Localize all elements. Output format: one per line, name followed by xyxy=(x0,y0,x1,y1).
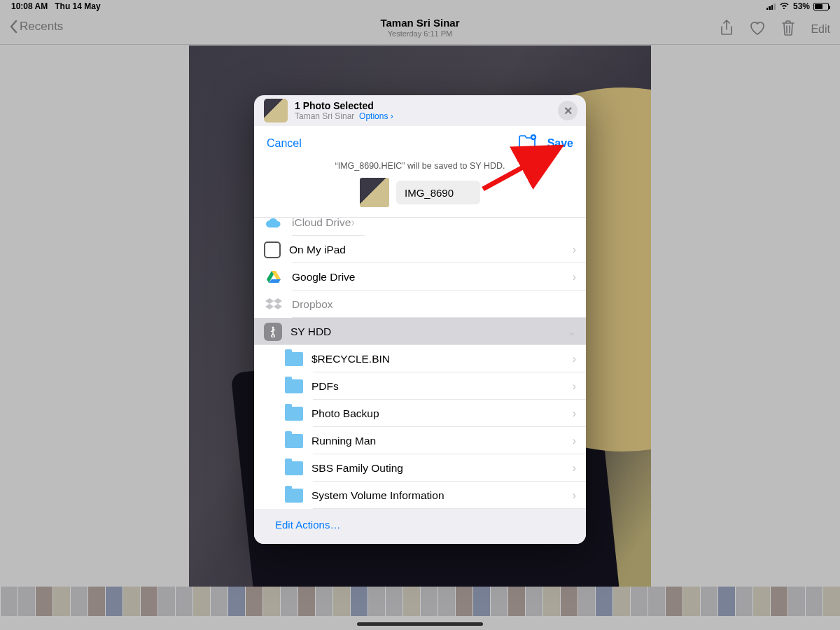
edit-actions-link[interactable]: Edit Actions… xyxy=(275,519,340,531)
chevron-right-icon: › xyxy=(573,380,576,393)
home-indicator[interactable] xyxy=(357,622,483,626)
filename-input[interactable] xyxy=(396,181,480,204)
folder-label: System Volume Information xyxy=(303,489,573,502)
file-thumbnail xyxy=(360,178,389,207)
location-sy-hdd[interactable]: SY HDD ⌄ xyxy=(254,318,586,345)
folder-row[interactable]: Photo Backup› xyxy=(254,400,586,427)
chevron-right-icon: › xyxy=(351,218,354,229)
ipad-icon xyxy=(264,241,281,258)
folder-row[interactable]: PDFs› xyxy=(254,372,586,400)
location-label: Google Drive xyxy=(284,271,573,284)
location-google-drive[interactable]: Google Drive › xyxy=(254,263,586,290)
photos-nav-bar: Recents Taman Sri Sinar Yesterday 6:11 P… xyxy=(0,13,840,45)
thumbnail-strip[interactable] xyxy=(0,587,840,616)
chevron-right-icon: › xyxy=(573,407,576,420)
google-drive-icon xyxy=(264,267,284,287)
location-icloud[interactable]: iCloud Drive › xyxy=(254,218,365,236)
share-icon[interactable] xyxy=(720,20,734,39)
save-button[interactable]: Save xyxy=(547,137,573,150)
new-folder-icon[interactable] xyxy=(518,134,538,153)
options-link[interactable]: Options › xyxy=(359,111,393,121)
nav-subtitle: Yesterday 6:11 PM xyxy=(0,29,840,38)
folder-icon xyxy=(285,489,303,503)
location-label: Dropbox xyxy=(284,298,576,311)
share-title: 1 Photo Selected xyxy=(295,100,393,111)
wifi-icon xyxy=(779,1,790,11)
status-date: Thu 14 May xyxy=(55,1,100,11)
cellular-icon xyxy=(766,3,776,10)
chevron-right-icon: › xyxy=(573,244,576,256)
location-label: SY HDD xyxy=(282,326,567,338)
svg-point-1 xyxy=(272,326,274,328)
folder-label: $RECYCLE.BIN xyxy=(303,353,573,365)
sheet-footer: Edit Actions… xyxy=(254,509,586,544)
folder-label: Running Man xyxy=(303,435,573,447)
cancel-button[interactable]: Cancel xyxy=(267,137,302,150)
folder-row[interactable]: System Volume Information› xyxy=(254,482,586,509)
chevron-right-icon: › xyxy=(573,462,576,475)
location-label: iCloud Drive xyxy=(284,218,351,229)
status-left: 10:08 AM Thu 14 May xyxy=(11,1,101,11)
status-bar: 10:08 AM Thu 14 May 53% xyxy=(0,0,840,13)
folder-icon xyxy=(285,434,303,448)
folder-icon xyxy=(285,379,303,393)
status-right: 53% xyxy=(766,1,829,11)
chevron-down-icon: ⌄ xyxy=(567,325,576,338)
chevron-right-icon: › xyxy=(573,489,576,502)
icloud-icon xyxy=(264,218,284,232)
folder-icon xyxy=(285,352,303,366)
location-on-my-ipad[interactable]: On My iPad › xyxy=(254,236,586,263)
close-button[interactable]: ✕ xyxy=(558,101,578,120)
chevron-right-icon: › xyxy=(573,435,576,447)
save-panel: Cancel Save “IMG_8690.HEIC” will be save… xyxy=(254,126,586,509)
folder-label: PDFs xyxy=(303,380,573,393)
locations-list: iCloud Drive › On My iPad › Google Drive… xyxy=(254,217,586,509)
battery-percent: 53% xyxy=(793,1,810,11)
nav-title: Taman Sri Sinar xyxy=(0,17,840,29)
folder-row[interactable]: $RECYCLE.BIN› xyxy=(254,345,586,372)
folder-icon xyxy=(285,407,303,421)
location-label: On My iPad xyxy=(281,244,573,256)
folder-row[interactable]: Running Man› xyxy=(254,427,586,454)
usb-drive-icon xyxy=(264,323,282,341)
save-message: “IMG_8690.HEIC” will be saved to SY HDD. xyxy=(254,157,586,178)
location-dropbox[interactable]: Dropbox xyxy=(254,290,586,318)
share-thumbnail xyxy=(264,99,288,122)
edit-button[interactable]: Edit xyxy=(811,23,830,36)
chevron-right-icon: › xyxy=(573,353,576,365)
share-sheet: 1 Photo Selected Taman Sri Sinar Options… xyxy=(254,95,586,544)
chevron-right-icon: › xyxy=(573,271,576,284)
folder-label: SBS Family Outing xyxy=(303,462,573,475)
battery-icon xyxy=(813,3,829,10)
share-header: 1 Photo Selected Taman Sri Sinar Options… xyxy=(254,95,586,126)
share-subtitle: Taman Sri Sinar xyxy=(295,111,354,121)
folder-label: Photo Backup xyxy=(303,407,573,420)
folder-row[interactable]: SBS Family Outing› xyxy=(254,454,586,482)
folder-icon xyxy=(285,461,303,475)
dropbox-icon xyxy=(264,295,284,314)
favorite-icon[interactable] xyxy=(749,20,766,38)
status-time: 10:08 AM xyxy=(11,1,48,11)
trash-icon[interactable] xyxy=(781,20,795,39)
